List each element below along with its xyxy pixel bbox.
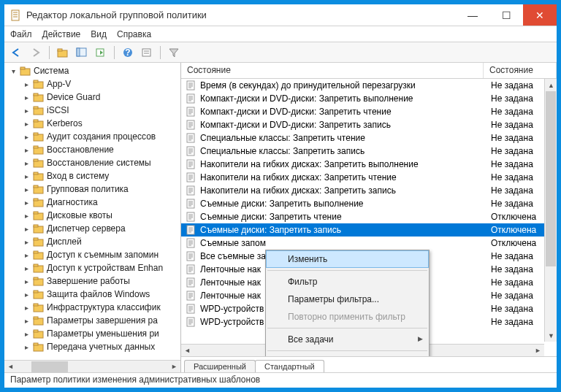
panel-icon[interactable] (74, 45, 90, 61)
tree-item[interactable]: ▸Передача учетных данных (4, 340, 180, 353)
filter-icon[interactable] (166, 45, 182, 61)
svg-rect-33 (34, 185, 38, 188)
list-row[interactable]: Специальные классы: Запретить чтениеНе з… (181, 131, 557, 145)
svg-rect-118 (187, 239, 194, 247)
list-row[interactable]: Компакт-диски и DVD-диски: Запретить чте… (181, 105, 557, 118)
tree-item-label: Доступ к устройствам Enhan (47, 263, 163, 273)
tree-item[interactable]: ▸App-V (4, 77, 180, 91)
tree-item[interactable]: ▸Параметры завершения ра (4, 314, 180, 327)
tab-extended[interactable]: Расширенный (184, 360, 256, 372)
list-row-text: Специальные классы: Запретить чтение (200, 133, 486, 143)
policy-icon (186, 277, 197, 288)
menu-file[interactable]: Файл (10, 29, 32, 39)
tree-item-label: Групповая политика (47, 184, 129, 194)
tree-item[interactable]: ▸Диагностика (4, 196, 180, 209)
tree-item[interactable]: ▸Дисплей (4, 235, 180, 248)
status-bar: Параметр политики изменения администрати… (4, 373, 557, 388)
policy-icon (186, 133, 197, 143)
tree-item[interactable]: ▸Доступ к съемным запомин (4, 248, 180, 261)
folder-icon (33, 105, 45, 115)
list-row-text: Компакт-диски и DVD-диски: Запретить чте… (200, 107, 486, 117)
tabs: Расширенный Стандартный (181, 356, 557, 372)
policy-icon (186, 185, 197, 196)
list-row[interactable]: Специальные классы: Запретить записьНе з… (181, 145, 557, 158)
tree-item[interactable]: ▸Вход в систему (4, 169, 180, 182)
forward-button[interactable] (28, 45, 44, 61)
folder-icon (33, 328, 45, 339)
maximize-button[interactable]: ☐ (489, 4, 523, 26)
menu-action[interactable]: Действие (42, 29, 81, 39)
list-row[interactable]: Съемные диски: Запретить записьОтключена (181, 223, 557, 237)
list-row[interactable]: Съемные диски: Запретить чтениеОтключена (181, 210, 557, 223)
tree-item[interactable]: ▸Device Guard (4, 91, 180, 104)
svg-rect-88 (187, 160, 194, 169)
list-row[interactable]: Накопители на гибких дисках: Запретить в… (181, 158, 557, 171)
policy-icon (186, 120, 197, 130)
folder-icon (33, 118, 45, 128)
export-icon[interactable] (93, 45, 109, 61)
ctx-help[interactable]: Справка (266, 353, 429, 356)
list-vscroll[interactable]: ▲ ▼ (544, 79, 557, 342)
up-folder-icon[interactable] (55, 45, 71, 61)
folder-icon (33, 184, 45, 194)
col-name[interactable]: Состояние (181, 63, 484, 78)
list-row[interactable]: Компакт-диски и DVD-диски: Запретить вып… (181, 92, 557, 105)
tree-item[interactable]: ▸Групповая политика (4, 182, 180, 196)
ctx-edit[interactable]: Изменить (266, 250, 429, 268)
policy-icon (186, 238, 197, 248)
list-row[interactable]: Накопители на гибких дисках: Запретить з… (181, 184, 557, 197)
tab-standard[interactable]: Стандартный (255, 360, 324, 372)
svg-rect-128 (187, 265, 194, 274)
menu-view[interactable]: Вид (91, 29, 107, 39)
menu-help[interactable]: Справка (117, 29, 151, 39)
policy-icon (186, 212, 197, 222)
svg-rect-37 (34, 212, 38, 214)
tree-item[interactable]: ▸Дисковые квоты (4, 209, 180, 222)
ctx-all-tasks[interactable]: Все задачи▶ (266, 331, 429, 348)
folder-icon (33, 302, 45, 312)
tree-item[interactable]: ▸iSCSI (4, 104, 180, 117)
svg-rect-57 (34, 343, 38, 345)
tree-item-label: Завершение работы (47, 276, 130, 286)
app-icon (10, 9, 22, 21)
tree-item[interactable]: ▸Завершение работы (4, 274, 180, 288)
tree-item[interactable]: ▸Защита файлов Windows (4, 288, 180, 301)
tree-item[interactable]: ▸Диспетчер сервера (4, 222, 180, 235)
folder-icon (20, 66, 31, 76)
tree-item[interactable]: ▸Аудит создания процессов (4, 130, 180, 143)
tree-item[interactable]: ▸Инфраструктура классифик (4, 301, 180, 314)
svg-rect-7 (77, 48, 80, 56)
tree-root[interactable]: ▾Система (4, 64, 180, 77)
svg-rect-0 (12, 10, 19, 20)
folder-icon (33, 145, 45, 155)
list-row[interactable]: Съемные запомОтключена (181, 237, 557, 250)
tree-item[interactable]: ▸Параметры уменьшения ри (4, 327, 180, 340)
svg-rect-49 (34, 291, 38, 293)
properties-icon[interactable] (139, 45, 155, 61)
ctx-filter-params[interactable]: Параметры фильтра... (266, 291, 429, 308)
policy-icon (186, 146, 197, 156)
minimize-button[interactable]: — (456, 4, 489, 26)
svg-rect-93 (187, 173, 194, 182)
ctx-filter[interactable]: Фильтр (266, 273, 429, 291)
col-state[interactable]: Состояние (484, 63, 557, 78)
tree-item[interactable]: ▸Доступ к устройствам Enhan (4, 261, 180, 274)
back-button[interactable] (9, 45, 25, 61)
tree-item[interactable]: ▸Восстановление системы (4, 156, 180, 169)
help-icon[interactable]: ? (120, 45, 136, 61)
policy-icon (186, 264, 197, 274)
tree-item[interactable]: ▸Восстановление (4, 143, 180, 156)
list-row[interactable]: Съемные диски: Запретить выполнениеНе за… (181, 197, 557, 210)
tree-item[interactable]: ▸Kerberos (4, 117, 180, 130)
close-button[interactable]: ✕ (523, 4, 557, 26)
svg-rect-29 (34, 159, 38, 161)
list-row[interactable]: Накопители на гибких дисках: Запретить ч… (181, 171, 557, 184)
list-row[interactable]: Компакт-диски и DVD-диски: Запретить зап… (181, 118, 557, 131)
tree-hscroll[interactable]: ◄► (4, 360, 180, 372)
svg-rect-98 (187, 186, 194, 195)
tree-item-label: Диагностика (47, 197, 98, 207)
svg-rect-133 (187, 278, 194, 287)
list-row-text: Съемные диски: Запретить выполнение (200, 199, 486, 209)
folder-icon (33, 342, 45, 352)
list-row[interactable]: Время (в секундах) до принудительной пер… (181, 79, 557, 92)
